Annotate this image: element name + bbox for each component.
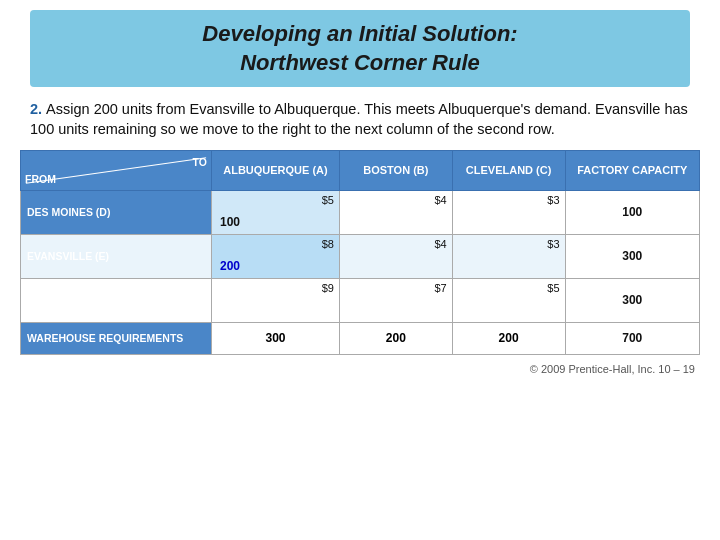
from-to-header: TO FROM [21,150,212,190]
table-row-fortlauderdale: FORT LAUDERDALE (F) $9 $7 $5 300 [21,278,700,322]
cell-desmoines-albuquerque: $5 100 [211,190,339,234]
cell-fortl-boston: $7 [339,278,452,322]
cell-evansville-albuquerque: $8 200 [211,234,339,278]
row-header-requirements: WAREHOUSE REQUIREMENTS [21,322,212,354]
cost-dm-alb: $5 [322,194,334,206]
cost-ev-cle: $3 [547,238,559,250]
col-header-cleveland: CLEVELAND (C) [452,150,565,190]
row-header-fortlauderdale: FORT LAUDERDALE (F) [21,278,212,322]
table-wrapper: TO FROM ALBUQUERQUE (A) BOSTON (B) CLEVE… [20,150,700,355]
cost-fl-bos: $7 [435,282,447,294]
cell-desmoines-boston: $4 [339,190,452,234]
cost-ev-bos: $4 [435,238,447,250]
table-row-evansville: EVANSVILLE (E) $8 200 $4 $3 300 [21,234,700,278]
body-section: 2.Assign 200 units from Evansville to Al… [30,99,690,140]
col-header-boston: BOSTON (B) [339,150,452,190]
capacity-evansville: 300 [565,234,699,278]
cost-dm-bos: $4 [435,194,447,206]
title-line1: Developing an Initial Solution: Northwes… [50,20,670,77]
cell-evansville-cleveland: $3 [452,234,565,278]
title-box: Developing an Initial Solution: Northwes… [30,10,690,87]
cell-desmoines-cleveland: $3 [452,190,565,234]
transportation-table: TO FROM ALBUQUERQUE (A) BOSTON (B) CLEVE… [20,150,700,355]
cost-fl-cle: $5 [547,282,559,294]
cell-fortl-cleveland: $5 [452,278,565,322]
table-row-requirements: WAREHOUSE REQUIREMENTS 300 200 200 700 [21,322,700,354]
req-cleveland: 200 [452,322,565,354]
body-number: 2. [30,101,42,117]
table-row-desmoines: DES MOINES (D) $5 100 $4 $3 100 [21,190,700,234]
cost-fl-alb: $9 [322,282,334,294]
col-header-albuquerque: ALBUQUERQUE (A) [211,150,339,190]
req-boston: 200 [339,322,452,354]
req-albuquerque: 300 [211,322,339,354]
row-header-desmoines: DES MOINES (D) [21,190,212,234]
capacity-desmoines: 100 [565,190,699,234]
value-dm-alb: 100 [220,215,240,229]
value-ev-alb: 200 [220,259,240,273]
capacity-fortlauderdale: 300 [565,278,699,322]
row-header-evansville: EVANSVILLE (E) [21,234,212,278]
body-text: Assign 200 units from Evansville to Albu… [30,101,688,137]
col-header-capacity: FACTORY CAPACITY [565,150,699,190]
footer: © 2009 Prentice-Hall, Inc. 10 – 19 [0,361,720,377]
cost-dm-cle: $3 [547,194,559,206]
cell-fortl-albuquerque: $9 [211,278,339,322]
cell-evansville-boston: $4 [339,234,452,278]
cost-ev-alb: $8 [322,238,334,250]
req-total: 700 [565,322,699,354]
